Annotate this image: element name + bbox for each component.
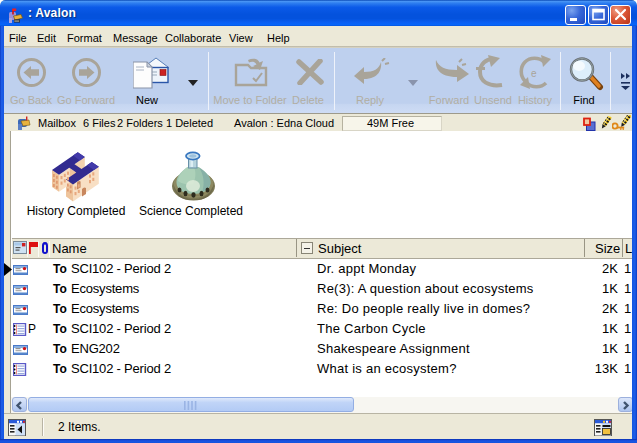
- svg-text:e: e: [531, 68, 537, 79]
